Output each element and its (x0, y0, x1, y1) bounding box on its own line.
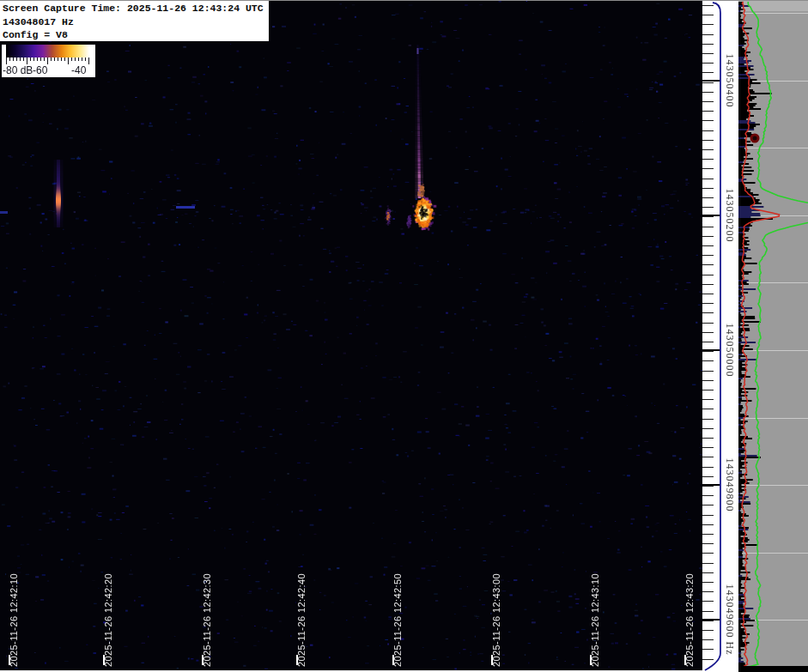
frequency-axis: 143050400 143050200 143050000 143049800 … (702, 0, 738, 672)
freq-tick-label: 143050200 (723, 189, 736, 243)
time-tick-label: 2025-11-26 12:42:10 (9, 573, 19, 667)
time-tick-label: 2025-11-26 12:43:00 (491, 573, 501, 667)
time-tick-label: 2025-11-26 12:43:20 (684, 573, 695, 667)
colorbar-label-mid: -60 (33, 64, 47, 76)
time-tick-label: 2025-11-26 12:42:20 (103, 573, 113, 667)
window-top-edge (0, 0, 808, 1)
time-tick-label: 2025-11-26 12:42:50 (392, 573, 403, 667)
receiver-frequency-text: 143048017 Hz (3, 15, 269, 29)
capture-time-text: Screen Capture Time: 2025-11-26 12:43:24… (3, 2, 269, 15)
config-text: Config = V8 (3, 28, 269, 42)
info-box: Screen Capture Time: 2025-11-26 12:43:24… (0, 0, 269, 41)
time-tick-label: 2025-11-26 12:42:40 (296, 573, 307, 667)
freq-tick-label: 143049600 Hz (723, 584, 736, 656)
colorbar-labels: -80 dB -60 -40 (2, 64, 95, 76)
time-tick-label: 2025-11-26 12:43:10 (590, 573, 600, 667)
spectrogram-canvas (0, 0, 702, 672)
freq-tick-label: 143050400 (723, 54, 736, 108)
freq-tick-label: 143049800 (723, 458, 736, 512)
colorbar: -80 dB -60 -40 (2, 45, 95, 77)
time-tick-label: 2025-11-26 12:42:30 (202, 573, 212, 667)
colorbar-label-max: -40 (71, 64, 86, 76)
spectrum-panel-canvas (738, 0, 808, 672)
screen-capture-root: Screen Capture Time: 2025-11-26 12:43:24… (0, 0, 808, 672)
colorbar-label-min: -80 dB (3, 64, 33, 76)
freq-tick-label: 143050000 (723, 324, 736, 378)
colorbar-ruler-ticks (2, 58, 95, 64)
colorbar-gradient (6, 45, 89, 58)
